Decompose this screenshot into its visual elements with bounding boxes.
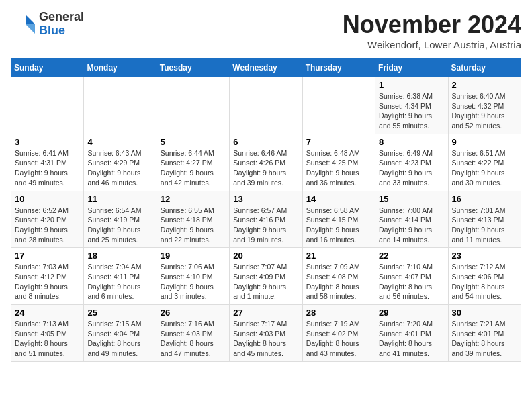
cell-w4-d1: 17Sunrise: 7:03 AM Sunset: 4:12 PM Dayli… bbox=[11, 248, 84, 305]
day-info: Sunrise: 6:51 AM Sunset: 4:22 PM Dayligh… bbox=[452, 148, 517, 188]
cell-w2-d6: 8Sunrise: 6:49 AM Sunset: 4:23 PM Daylig… bbox=[375, 134, 448, 191]
cell-w1-d1 bbox=[11, 77, 84, 134]
cell-w2-d1: 3Sunrise: 6:41 AM Sunset: 4:31 PM Daylig… bbox=[11, 134, 84, 191]
day-number: 16 bbox=[452, 194, 517, 204]
day-info: Sunrise: 7:00 AM Sunset: 4:14 PM Dayligh… bbox=[379, 205, 444, 245]
day-info: Sunrise: 7:06 AM Sunset: 4:10 PM Dayligh… bbox=[161, 262, 226, 302]
day-number: 5 bbox=[161, 137, 226, 147]
cell-w5-d4: 27Sunrise: 7:17 AM Sunset: 4:03 PM Dayli… bbox=[230, 305, 302, 362]
cell-w3-d1: 10Sunrise: 6:52 AM Sunset: 4:20 PM Dayli… bbox=[11, 191, 84, 248]
day-info: Sunrise: 7:03 AM Sunset: 4:12 PM Dayligh… bbox=[15, 262, 80, 302]
header-saturday: Saturday bbox=[448, 59, 521, 77]
day-info: Sunrise: 7:09 AM Sunset: 4:08 PM Dayligh… bbox=[306, 262, 371, 302]
header-sunday: Sunday bbox=[11, 59, 84, 77]
cell-w5-d1: 24Sunrise: 7:13 AM Sunset: 4:05 PM Dayli… bbox=[11, 305, 84, 362]
day-info: Sunrise: 7:12 AM Sunset: 4:06 PM Dayligh… bbox=[452, 262, 517, 302]
cell-w4-d4: 20Sunrise: 7:07 AM Sunset: 4:09 PM Dayli… bbox=[230, 248, 302, 305]
day-number: 24 bbox=[15, 308, 80, 318]
day-info: Sunrise: 6:48 AM Sunset: 4:25 PM Dayligh… bbox=[306, 148, 371, 188]
day-info: Sunrise: 7:01 AM Sunset: 4:13 PM Dayligh… bbox=[452, 205, 517, 245]
day-info: Sunrise: 6:38 AM Sunset: 4:34 PM Dayligh… bbox=[379, 91, 444, 131]
calendar-body: 1Sunrise: 6:38 AM Sunset: 4:34 PM Daylig… bbox=[11, 77, 521, 362]
day-number: 17 bbox=[15, 250, 80, 261]
cell-w3-d6: 15Sunrise: 7:00 AM Sunset: 4:14 PM Dayli… bbox=[375, 191, 448, 248]
header-row: SundayMondayTuesdayWednesdayThursdayFrid… bbox=[11, 59, 521, 77]
cell-w4-d5: 21Sunrise: 7:09 AM Sunset: 4:08 PM Dayli… bbox=[302, 248, 375, 305]
day-info: Sunrise: 6:52 AM Sunset: 4:20 PM Dayligh… bbox=[15, 205, 80, 245]
cell-w4-d2: 18Sunrise: 7:04 AM Sunset: 4:11 PM Dayli… bbox=[84, 248, 157, 305]
day-number: 14 bbox=[306, 194, 371, 204]
day-info: Sunrise: 7:10 AM Sunset: 4:07 PM Dayligh… bbox=[379, 262, 444, 302]
day-info: Sunrise: 6:41 AM Sunset: 4:31 PM Dayligh… bbox=[15, 148, 80, 188]
cell-w5-d2: 25Sunrise: 7:15 AM Sunset: 4:04 PM Dayli… bbox=[84, 305, 157, 362]
title-section: November 2024 Weikendorf, Lower Austria,… bbox=[343, 11, 521, 50]
cell-w2-d2: 4Sunrise: 6:43 AM Sunset: 4:29 PM Daylig… bbox=[84, 134, 157, 191]
week-row-1: 1Sunrise: 6:38 AM Sunset: 4:34 PM Daylig… bbox=[11, 77, 521, 134]
cell-w3-d2: 11Sunrise: 6:54 AM Sunset: 4:19 PM Dayli… bbox=[84, 191, 157, 248]
day-number: 21 bbox=[306, 250, 371, 261]
day-number: 30 bbox=[452, 308, 517, 318]
day-number: 12 bbox=[161, 194, 226, 204]
day-number: 13 bbox=[233, 194, 298, 204]
header-friday: Friday bbox=[375, 59, 448, 77]
cell-w1-d3 bbox=[157, 77, 229, 134]
day-info: Sunrise: 6:43 AM Sunset: 4:29 PM Dayligh… bbox=[87, 148, 152, 188]
day-number: 9 bbox=[452, 137, 517, 147]
day-number: 11 bbox=[87, 194, 152, 204]
cell-w2-d4: 6Sunrise: 6:46 AM Sunset: 4:26 PM Daylig… bbox=[230, 134, 302, 191]
day-info: Sunrise: 7:13 AM Sunset: 4:05 PM Dayligh… bbox=[15, 319, 80, 359]
cell-w1-d7: 2Sunrise: 6:40 AM Sunset: 4:32 PM Daylig… bbox=[448, 77, 521, 134]
day-info: Sunrise: 6:40 AM Sunset: 4:32 PM Dayligh… bbox=[452, 91, 517, 131]
day-info: Sunrise: 7:19 AM Sunset: 4:02 PM Dayligh… bbox=[306, 319, 371, 359]
day-number: 18 bbox=[87, 250, 152, 261]
cell-w2-d3: 5Sunrise: 6:44 AM Sunset: 4:27 PM Daylig… bbox=[157, 134, 229, 191]
cell-w3-d7: 16Sunrise: 7:01 AM Sunset: 4:13 PM Dayli… bbox=[448, 191, 521, 248]
svg-marker-1 bbox=[26, 24, 35, 34]
cell-w1-d5 bbox=[302, 77, 375, 134]
day-number: 10 bbox=[15, 194, 80, 204]
day-info: Sunrise: 7:04 AM Sunset: 4:11 PM Dayligh… bbox=[87, 262, 152, 302]
day-number: 1 bbox=[379, 80, 444, 90]
day-info: Sunrise: 6:54 AM Sunset: 4:19 PM Dayligh… bbox=[87, 205, 152, 245]
day-info: Sunrise: 6:46 AM Sunset: 4:26 PM Dayligh… bbox=[233, 148, 298, 188]
logo-general: General bbox=[39, 10, 84, 24]
day-number: 3 bbox=[15, 137, 80, 147]
header-monday: Monday bbox=[84, 59, 157, 77]
svg-marker-0 bbox=[26, 15, 35, 24]
cell-w3-d4: 13Sunrise: 6:57 AM Sunset: 4:16 PM Dayli… bbox=[230, 191, 302, 248]
logo-blue: Blue bbox=[39, 24, 65, 37]
day-number: 6 bbox=[233, 137, 298, 147]
day-number: 22 bbox=[379, 250, 444, 261]
day-info: Sunrise: 6:44 AM Sunset: 4:27 PM Dayligh… bbox=[161, 148, 226, 188]
day-number: 2 bbox=[452, 80, 517, 90]
week-row-4: 17Sunrise: 7:03 AM Sunset: 4:12 PM Dayli… bbox=[11, 248, 521, 305]
cell-w5-d7: 30Sunrise: 7:21 AM Sunset: 4:01 PM Dayli… bbox=[448, 305, 521, 362]
day-number: 8 bbox=[379, 137, 444, 147]
day-info: Sunrise: 7:15 AM Sunset: 4:04 PM Dayligh… bbox=[87, 319, 152, 359]
cell-w4-d7: 23Sunrise: 7:12 AM Sunset: 4:06 PM Dayli… bbox=[448, 248, 521, 305]
day-number: 25 bbox=[87, 308, 152, 318]
day-info: Sunrise: 7:16 AM Sunset: 4:03 PM Dayligh… bbox=[161, 319, 226, 359]
cell-w5-d3: 26Sunrise: 7:16 AM Sunset: 4:03 PM Dayli… bbox=[157, 305, 229, 362]
day-info: Sunrise: 6:55 AM Sunset: 4:18 PM Dayligh… bbox=[161, 205, 226, 245]
cell-w1-d4 bbox=[230, 77, 302, 134]
day-info: Sunrise: 6:49 AM Sunset: 4:23 PM Dayligh… bbox=[379, 148, 444, 188]
cell-w4-d6: 22Sunrise: 7:10 AM Sunset: 4:07 PM Dayli… bbox=[375, 248, 448, 305]
day-info: Sunrise: 7:21 AM Sunset: 4:01 PM Dayligh… bbox=[452, 319, 517, 359]
cell-w5-d5: 28Sunrise: 7:19 AM Sunset: 4:02 PM Dayli… bbox=[302, 305, 375, 362]
logo-text: General Blue bbox=[39, 11, 84, 38]
page-header: General Blue November 2024 Weikendorf, L… bbox=[11, 11, 521, 50]
day-number: 27 bbox=[233, 308, 298, 318]
header-thursday: Thursday bbox=[302, 59, 375, 77]
day-number: 26 bbox=[161, 308, 226, 318]
week-row-5: 24Sunrise: 7:13 AM Sunset: 4:05 PM Dayli… bbox=[11, 305, 521, 362]
day-number: 15 bbox=[379, 194, 444, 204]
week-row-3: 10Sunrise: 6:52 AM Sunset: 4:20 PM Dayli… bbox=[11, 191, 521, 248]
cell-w3-d3: 12Sunrise: 6:55 AM Sunset: 4:18 PM Dayli… bbox=[157, 191, 229, 248]
header-tuesday: Tuesday bbox=[157, 59, 229, 77]
location: Weikendorf, Lower Austria, Austria bbox=[343, 39, 521, 50]
day-info: Sunrise: 6:58 AM Sunset: 4:15 PM Dayligh… bbox=[306, 205, 371, 245]
day-number: 20 bbox=[233, 250, 298, 261]
cell-w2-d7: 9Sunrise: 6:51 AM Sunset: 4:22 PM Daylig… bbox=[448, 134, 521, 191]
day-number: 23 bbox=[452, 250, 517, 261]
